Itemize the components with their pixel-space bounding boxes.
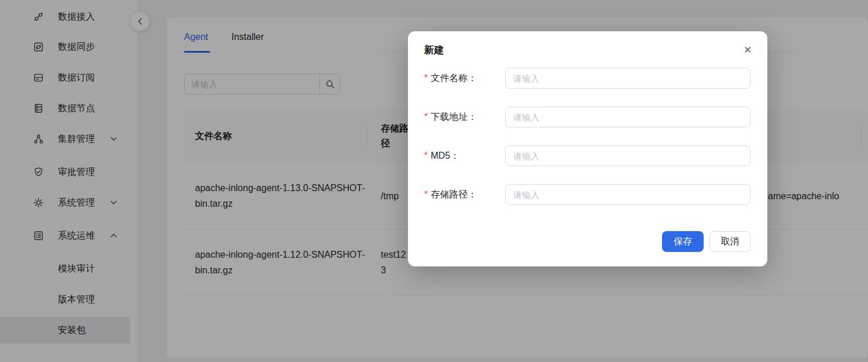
form-field-file-name: *文件名称：	[424, 68, 751, 89]
form-field-storage-path: *存储路径：	[424, 184, 751, 205]
file-name-field[interactable]	[505, 68, 751, 89]
required-mark: *	[424, 73, 428, 83]
required-mark: *	[424, 189, 428, 199]
field-label: *MD5：	[424, 150, 459, 162]
modal-title: 新建	[424, 43, 444, 57]
form-field-download-url: *下载地址：	[424, 107, 751, 127]
md5-field[interactable]	[505, 145, 751, 166]
form-field-md5: *MD5：	[424, 145, 751, 166]
field-label: *下载地址：	[424, 111, 477, 123]
cancel-button[interactable]: 取消	[709, 231, 751, 252]
new-package-modal: 新建 ✕ *文件名称： *下载地址： *MD5： *存储路径： 保存 取消	[408, 31, 767, 266]
storage-path-field[interactable]	[505, 184, 751, 205]
save-button[interactable]: 保存	[662, 231, 704, 252]
required-mark: *	[424, 112, 428, 122]
required-mark: *	[424, 151, 428, 160]
field-label: *存储路径：	[424, 189, 477, 201]
field-label: *文件名称：	[424, 72, 477, 85]
close-icon[interactable]: ✕	[741, 43, 755, 57]
download-url-field[interactable]	[505, 107, 751, 127]
